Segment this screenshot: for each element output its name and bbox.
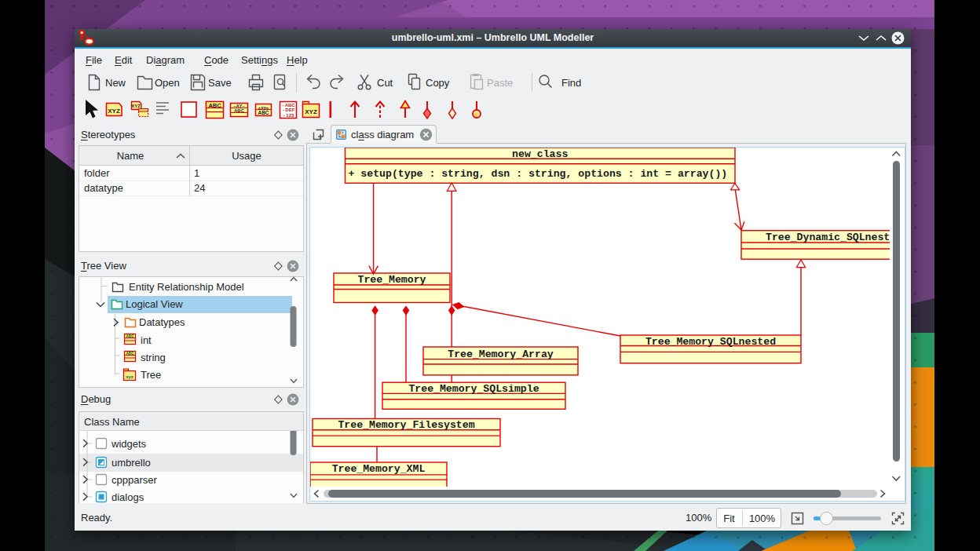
- svg-text:ABC: ABC: [258, 110, 269, 115]
- svg-text:ABC: ABC: [126, 352, 135, 356]
- svg-text:xyz: xyz: [126, 374, 133, 379]
- svg-text:XYZ: XYZ: [131, 104, 141, 108]
- svg-text:- ABC: - ABC: [282, 103, 295, 108]
- svg-text:- 123: - 123: [283, 113, 294, 118]
- svg-text:ABC: ABC: [208, 102, 221, 109]
- svg-text:ABC: ABC: [234, 108, 245, 113]
- svg-text:XYZ: XYZ: [305, 108, 317, 115]
- svg-text:ABC: ABC: [126, 334, 135, 338]
- svg-text:- DEF: - DEF: [283, 108, 295, 112]
- svg-text:XYZ: XYZ: [108, 108, 120, 115]
